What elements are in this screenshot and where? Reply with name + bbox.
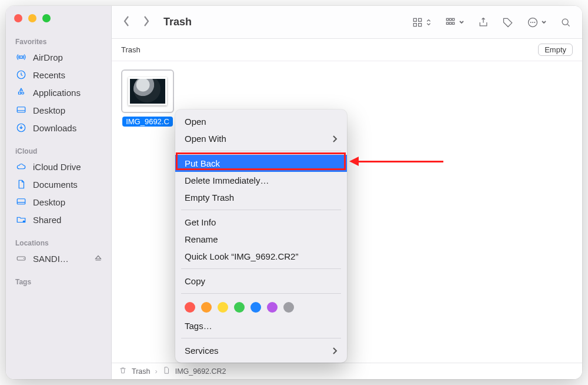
sidebar-section-favorites: Favorites (12, 34, 108, 48)
close-window-button[interactable] (14, 14, 22, 22)
empty-trash-button[interactable]: Empty (538, 44, 573, 56)
svg-rect-15 (446, 22, 448, 24)
sidebar-item-downloads[interactable]: Downloads (12, 119, 108, 137)
sidebar-item-external-drive[interactable]: SANDI… (12, 250, 108, 267)
document-icon (15, 179, 27, 190)
ctx-tags[interactable]: Tags… (175, 317, 347, 334)
svg-rect-12 (446, 18, 448, 20)
nav-arrows (122, 15, 151, 29)
location-title: Trash (121, 45, 141, 54)
svg-rect-14 (452, 18, 454, 20)
location-header: Trash Empty (112, 39, 582, 61)
ctx-quick-look[interactable]: Quick Look “IMG_9692.CR2” (175, 248, 347, 265)
svg-point-19 (530, 22, 532, 23)
downloads-icon (15, 122, 27, 133)
sidebar-item-documents[interactable]: Documents (12, 175, 108, 193)
ctx-divider (181, 210, 341, 210)
file-label: IMG_9692.C (122, 117, 173, 127)
airdrop-icon (15, 52, 27, 62)
file-icon (162, 366, 171, 376)
ctx-empty-trash[interactable]: Empty Trash (175, 189, 347, 206)
svg-rect-11 (419, 23, 422, 26)
ctx-tag-colors (175, 297, 347, 317)
sidebar: Favorites AirDrop Recents Applications D… (6, 6, 112, 379)
trash-icon (119, 366, 127, 376)
tags-button[interactable] (502, 16, 514, 28)
svg-point-21 (534, 22, 535, 23)
ctx-put-back[interactable]: Put Back (175, 155, 347, 172)
sidebar-section-icloud: iCloud (12, 144, 108, 158)
tag-color-blue[interactable] (250, 302, 261, 313)
group-by-button[interactable] (445, 16, 465, 28)
cloud-icon (15, 161, 27, 172)
svg-point-7 (24, 258, 25, 259)
svg-rect-13 (449, 18, 451, 20)
view-mode-button[interactable] (412, 16, 432, 28)
sidebar-item-label: Recents (33, 70, 65, 80)
sidebar-item-icloud-drive[interactable]: iCloud Drive (12, 158, 108, 175)
sidebar-section-tags: Tags (12, 274, 108, 288)
sidebar-item-recents[interactable]: Recents (12, 66, 108, 84)
ctx-divider (181, 338, 341, 338)
ctx-delete-immediately[interactable]: Delete Immediately… (175, 172, 347, 189)
svg-rect-4 (17, 199, 25, 204)
svg-point-22 (562, 19, 568, 25)
sidebar-item-label: iCloud Drive (33, 162, 81, 172)
clock-icon (15, 69, 27, 80)
more-actions-button[interactable] (527, 16, 547, 28)
path-bar: Trash › IMG_9692.CR2 (112, 363, 582, 379)
finder-window: Favorites AirDrop Recents Applications D… (6, 6, 582, 379)
ctx-services[interactable]: Services (175, 342, 347, 359)
ctx-divider (181, 151, 341, 151)
sidebar-section-locations: Locations (12, 235, 108, 250)
sidebar-item-label: Desktop (33, 105, 65, 115)
minimize-window-button[interactable] (28, 14, 36, 22)
file-thumbnail (121, 69, 174, 113)
tag-color-purple[interactable] (267, 302, 278, 313)
sidebar-item-desktop[interactable]: Desktop (12, 101, 108, 119)
sidebar-item-label: Documents (33, 180, 78, 190)
svg-rect-8 (413, 18, 416, 21)
sidebar-item-shared[interactable]: Shared (12, 211, 108, 228)
ctx-copy[interactable]: Copy (175, 273, 347, 290)
sidebar-item-applications[interactable]: Applications (12, 84, 108, 101)
path-segment[interactable]: IMG_9692.CR2 (175, 367, 226, 376)
eject-icon[interactable] (92, 253, 104, 264)
desktop-icon (15, 105, 27, 115)
window-title: Trash (163, 16, 192, 28)
svg-point-0 (20, 56, 23, 59)
drive-icon (15, 253, 27, 264)
annotation-arrow (358, 161, 443, 162)
nav-forward-button[interactable] (142, 15, 151, 29)
search-button[interactable] (560, 16, 572, 28)
ctx-open[interactable]: Open (175, 113, 347, 130)
nav-back-button[interactable] (122, 15, 131, 29)
sidebar-item-label: SANDI… (33, 254, 69, 264)
ctx-rename[interactable]: Rename (175, 231, 347, 248)
ctx-divider (181, 268, 341, 269)
tag-color-gray[interactable] (283, 302, 294, 313)
chevron-right-icon: › (155, 367, 158, 376)
sidebar-item-label: Applications (33, 88, 81, 98)
path-segment[interactable]: Trash (132, 367, 151, 376)
share-button[interactable] (477, 16, 489, 28)
tag-color-yellow[interactable] (218, 302, 228, 313)
applications-icon (15, 87, 27, 98)
ctx-get-info[interactable]: Get Info (175, 214, 347, 231)
file-item[interactable]: IMG_9692.C (121, 69, 174, 127)
tag-color-green[interactable] (234, 302, 245, 313)
tag-color-orange[interactable] (201, 302, 212, 313)
ctx-open-with[interactable]: Open With (175, 130, 347, 147)
shared-folder-icon (15, 214, 27, 225)
sidebar-item-desktop-icloud[interactable]: Desktop (12, 193, 108, 211)
desktop-icon (15, 197, 27, 207)
sidebar-item-airdrop[interactable]: AirDrop (12, 48, 108, 66)
svg-rect-17 (452, 22, 454, 24)
tag-color-red[interactable] (185, 302, 195, 313)
sidebar-item-label: AirDrop (33, 52, 63, 62)
svg-point-20 (532, 22, 533, 23)
sidebar-item-label: Desktop (33, 197, 65, 207)
zoom-window-button[interactable] (42, 14, 51, 22)
svg-rect-2 (17, 107, 25, 112)
svg-rect-9 (419, 18, 422, 21)
